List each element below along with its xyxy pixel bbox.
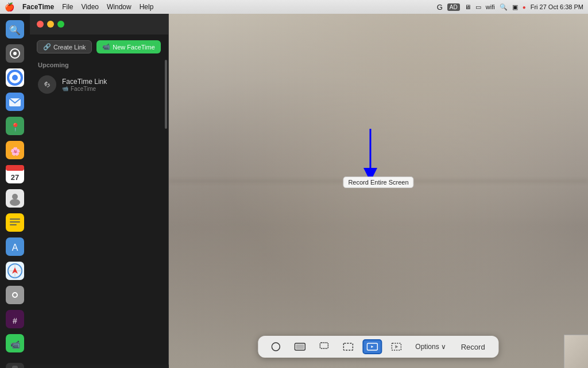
facetime-icon-small: 📹 <box>62 86 68 91</box>
dock-notes[interactable] <box>4 212 26 233</box>
right-thumbnail <box>564 335 588 368</box>
svg-rect-0 <box>6 20 24 39</box>
svg-rect-5 <box>6 68 24 87</box>
dock-photos[interactable]: 🌸 <box>4 139 26 161</box>
menu-file[interactable]: File <box>62 3 73 11</box>
svg-rect-2 <box>6 44 24 63</box>
svg-rect-20 <box>6 213 24 232</box>
traffic-minimize[interactable] <box>47 21 54 28</box>
sidebar-facetime-link[interactable]: FaceTime Link 📹 FaceTime <box>30 71 168 98</box>
dock-finder[interactable]: 🔍 <box>4 18 26 40</box>
menubar-datetime: Fri 27 Oct 6:38 PM <box>531 3 583 10</box>
svg-marker-53 <box>395 345 398 348</box>
svg-rect-14 <box>6 165 24 183</box>
record-button[interactable]: Record <box>455 340 491 354</box>
menubar-battery-icon: ▭ <box>475 3 481 11</box>
traffic-maximize[interactable] <box>57 21 64 28</box>
menu-video[interactable]: Video <box>82 3 99 11</box>
svg-point-32 <box>12 292 18 298</box>
svg-text:27: 27 <box>11 173 19 182</box>
svg-rect-36 <box>6 334 24 352</box>
svg-rect-21 <box>10 218 20 220</box>
dock-appstore[interactable]: A <box>4 236 26 258</box>
background-overlay <box>169 14 588 368</box>
svg-text:🌸: 🌸 <box>10 147 21 156</box>
dock-facetime[interactable]: 📹 <box>4 332 26 354</box>
dock-launchpad[interactable] <box>4 43 26 64</box>
menubar: 🍎 FaceTime File Video Window Help G AD 🖥… <box>0 0 588 14</box>
menubar-cast-icon: ▣ <box>512 3 518 11</box>
svg-point-4 <box>13 52 17 55</box>
traffic-close[interactable] <box>37 21 44 28</box>
dock-maps[interactable]: 📍 <box>4 115 26 137</box>
dock-calendar[interactable]: 27 <box>4 163 26 185</box>
svg-point-33 <box>13 293 17 297</box>
new-facetime-button[interactable]: 📹 New FaceTime <box>96 40 161 53</box>
svg-rect-48 <box>320 343 328 348</box>
app-name[interactable]: FaceTime <box>22 3 54 11</box>
svg-text:#: # <box>13 316 17 325</box>
dock: 🔍 📍 🌸 27 A # 📹 <box>0 14 30 368</box>
record-entire-screen-active-button[interactable] <box>362 339 382 354</box>
sidebar-item-text: FaceTime Link 📹 FaceTime <box>62 78 107 92</box>
sidebar-scrollbar[interactable] <box>165 60 167 129</box>
stop-button[interactable] <box>266 339 285 354</box>
dock-ipod[interactable] <box>4 361 26 368</box>
svg-rect-49 <box>343 343 353 350</box>
svg-text:📍: 📍 <box>10 122 21 132</box>
svg-marker-51 <box>371 346 373 348</box>
record-screen-portion-button[interactable] <box>386 339 406 354</box>
options-button[interactable]: Options ∨ <box>411 340 450 353</box>
record-tooltip: Record Entire Screen <box>343 177 413 188</box>
svg-point-3 <box>10 49 20 58</box>
menubar-search-icon[interactable]: 🔍 <box>500 3 508 11</box>
svg-text:📹: 📹 <box>10 340 21 350</box>
menubar-record-indicator: ● <box>523 4 526 10</box>
menu-window[interactable]: Window <box>107 3 131 11</box>
svg-rect-34 <box>6 310 24 328</box>
apple-menu[interactable]: 🍎 <box>5 2 14 12</box>
svg-rect-23 <box>10 224 17 225</box>
record-fullscreen-button[interactable] <box>290 339 310 354</box>
svg-rect-47 <box>296 344 304 349</box>
svg-point-6 <box>8 71 22 85</box>
record-portion-button[interactable] <box>338 339 358 354</box>
svg-rect-8 <box>6 93 24 111</box>
svg-point-27 <box>8 264 22 278</box>
facetime-window: 🔗 Create Link 📹 New FaceTime Upcoming Fa… <box>30 14 169 365</box>
dock-contacts[interactable] <box>4 187 26 209</box>
dock-safari[interactable] <box>4 260 26 282</box>
svg-point-45 <box>272 343 280 351</box>
svg-point-19 <box>10 199 20 206</box>
main-content: Record Entire Screen Options ∨ <box>169 14 588 368</box>
menubar-left: 🍎 FaceTime File Video Window Help <box>5 2 153 12</box>
window-actions: 🔗 Create Link 📹 New FaceTime <box>30 34 168 59</box>
svg-text:🔍: 🔍 <box>9 25 21 36</box>
svg-rect-26 <box>6 262 24 280</box>
recording-toolbar: Options ∨ Record <box>258 336 498 358</box>
svg-rect-31 <box>6 286 24 304</box>
window-titlebar <box>30 14 168 34</box>
svg-point-7 <box>12 75 18 80</box>
dock-chrome[interactable] <box>4 67 26 89</box>
svg-rect-17 <box>6 189 24 208</box>
menubar-ad-icon: AD <box>447 3 460 11</box>
menubar-right: G AD 🖥 ▭ wifi 🔍 ▣ ● Fri 27 Oct 6:38 PM <box>437 3 583 12</box>
dock-mail[interactable] <box>4 91 26 113</box>
svg-rect-22 <box>10 221 20 223</box>
dock-settings[interactable] <box>4 284 26 306</box>
menu-help[interactable]: Help <box>140 3 154 11</box>
svg-marker-30 <box>12 267 18 274</box>
dock-slack[interactable]: # <box>4 308 26 330</box>
svg-rect-39 <box>12 366 18 368</box>
svg-rect-10 <box>6 117 24 135</box>
link-icon: 🔗 <box>43 43 51 51</box>
upcoming-label: Upcoming <box>30 59 168 71</box>
svg-text:A: A <box>12 243 18 252</box>
create-link-button[interactable]: 🔗 Create Link <box>37 40 92 53</box>
svg-rect-38 <box>6 363 24 368</box>
record-window-button[interactable] <box>314 339 334 354</box>
svg-rect-12 <box>6 141 24 159</box>
svg-rect-9 <box>9 98 21 106</box>
video-icon: 📹 <box>102 43 110 51</box>
